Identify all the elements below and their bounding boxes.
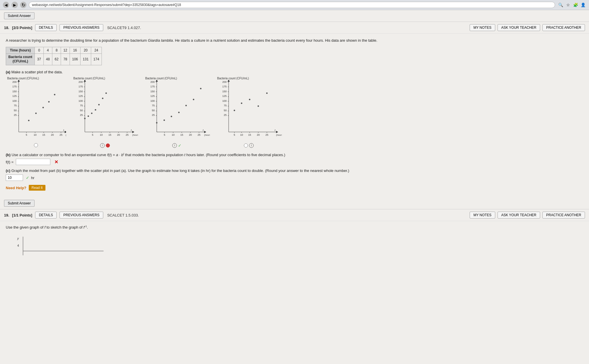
- svg-point-151: [234, 110, 235, 111]
- svg-marker-3: [65, 131, 66, 133]
- plot4-radio[interactable]: [244, 143, 248, 147]
- time-16: 16: [70, 47, 80, 53]
- svg-point-33: [28, 120, 30, 121]
- svg-point-34: [35, 112, 37, 114]
- back-button[interactable]: ◀: [3, 2, 9, 8]
- svg-point-152: [241, 102, 242, 104]
- refresh-button[interactable]: ↻: [20, 2, 26, 8]
- plot2-radio[interactable]: [106, 143, 110, 147]
- svg-text:200: 200: [12, 81, 17, 83]
- scatter-plots-row: Bacteria count (CFU/mL) 200 175 150 125 …: [6, 76, 583, 148]
- svg-text:15: 15: [108, 133, 111, 136]
- info-icon-4[interactable]: i: [249, 143, 254, 148]
- svg-marker-81: [204, 131, 206, 133]
- question18-content: A researcher is trying to determine the …: [0, 34, 589, 198]
- svg-point-111: [156, 122, 158, 123]
- plot4-controls: i: [244, 143, 254, 148]
- svg-text:Bacteria count (CFU/mL): Bacteria count (CFU/mL): [7, 77, 39, 80]
- q19-my-notes-button[interactable]: MY NOTES: [470, 212, 495, 219]
- svg-text:(hours): (hours): [66, 134, 66, 136]
- time-0: 0: [35, 47, 43, 53]
- read-it-button[interactable]: Read It: [29, 185, 46, 191]
- scatter-plot-3: Bacteria count (CFU/mL) 200 175 150 125 …: [144, 76, 210, 148]
- svg-text:25: 25: [265, 133, 268, 136]
- ask-teacher-button[interactable]: ASK YOUR TEACHER: [498, 24, 540, 31]
- svg-text:25: 25: [80, 114, 83, 116]
- bottom-submit-button[interactable]: Submit Answer: [4, 200, 35, 207]
- page-toolbar: Submit Answer: [0, 10, 589, 22]
- info-icon-3[interactable]: i: [172, 143, 177, 148]
- practice-another-button[interactable]: PRACTICE ANOTHER: [542, 24, 585, 31]
- q19-ask-teacher-button[interactable]: ASK YOUR TEACHER: [498, 212, 540, 219]
- my-notes-button[interactable]: MY NOTES: [470, 24, 495, 31]
- svg-text:50: 50: [80, 109, 83, 112]
- q19-previous-answers-button[interactable]: PREVIOUS ANSWERS: [60, 212, 103, 219]
- svg-point-115: [186, 105, 187, 106]
- svg-marker-42: [84, 80, 86, 82]
- q19-details-button[interactable]: DETAILS: [35, 212, 57, 219]
- svg-text:t: t: [63, 129, 64, 132]
- bacteria-16: 106: [70, 53, 80, 65]
- svg-text:t: t: [203, 129, 204, 132]
- svg-text:125: 125: [79, 95, 83, 97]
- extensions-icon[interactable]: 🧩: [572, 2, 579, 8]
- svg-marker-82: [156, 80, 158, 82]
- svg-text:20: 20: [51, 133, 54, 136]
- bacteria-4: 48: [43, 53, 52, 65]
- svg-point-77: [106, 92, 107, 94]
- svg-text:175: 175: [12, 85, 17, 88]
- svg-text:25: 25: [152, 114, 155, 116]
- svg-text:100: 100: [150, 99, 155, 102]
- svg-text:200: 200: [79, 81, 83, 83]
- svg-text:50: 50: [152, 109, 155, 112]
- svg-text:(hours): (hours): [276, 134, 282, 136]
- svg-point-76: [102, 97, 104, 99]
- svg-point-112: [164, 119, 165, 121]
- svg-text:Bacteria count (CFU/mL): Bacteria count (CFU/mL): [217, 77, 249, 80]
- svg-point-117: [200, 88, 202, 89]
- forward-button[interactable]: ▶: [12, 2, 18, 8]
- svg-marker-121: [276, 131, 278, 133]
- svg-text:50: 50: [224, 109, 227, 112]
- svg-marker-41: [132, 131, 134, 133]
- svg-text:75: 75: [14, 104, 17, 107]
- svg-text:175: 175: [222, 85, 227, 88]
- svg-point-36: [48, 101, 50, 102]
- profile-icon[interactable]: 👤: [580, 2, 586, 8]
- time-header: Time (hours): [6, 47, 35, 53]
- svg-point-113: [171, 116, 172, 117]
- ft-label: f(t) =: [6, 160, 14, 164]
- ft-input[interactable]: [16, 159, 50, 165]
- top-submit-button[interactable]: Submit Answer: [4, 12, 35, 19]
- part-b-input-row: f(t) = ✕: [6, 159, 583, 165]
- svg-text:Bacteria count (CFU/mL): Bacteria count (CFU/mL): [73, 77, 105, 80]
- doubling-time-input[interactable]: 10: [6, 175, 23, 181]
- svg-text:25: 25: [14, 114, 17, 116]
- q19-graph-area: y 4: [6, 234, 583, 258]
- svg-text:10: 10: [34, 133, 37, 136]
- data-table: Time (hours) 0 4 8 12 16 20 24 Bacteria …: [6, 47, 102, 65]
- question19-content: Use the given graph of f to sketch the g…: [0, 221, 589, 261]
- svg-text:y: y: [17, 237, 19, 240]
- q19-practice-another-button[interactable]: PRACTICE ANOTHER: [542, 212, 585, 219]
- bottom-toolbar: Submit Answer: [0, 198, 589, 209]
- search-icon[interactable]: 🔍: [557, 2, 564, 8]
- previous-answers-button[interactable]: PREVIOUS ANSWERS: [60, 24, 103, 31]
- svg-text:150: 150: [12, 90, 17, 93]
- svg-text:20: 20: [257, 133, 260, 136]
- svg-text:125: 125: [12, 95, 17, 97]
- plot1-radio[interactable]: [34, 143, 38, 147]
- star-icon[interactable]: ☆: [565, 2, 571, 8]
- time-20: 20: [80, 47, 91, 53]
- svg-text:20: 20: [189, 133, 192, 136]
- svg-point-153: [249, 99, 250, 100]
- time-24: 24: [91, 47, 102, 53]
- scatter-plot-4: Bacteria count (CFU/mL) 200 175 150 125 …: [216, 76, 282, 148]
- url-bar[interactable]: [29, 2, 555, 8]
- info-icon-2[interactable]: i: [100, 143, 105, 148]
- svg-point-75: [98, 104, 100, 105]
- svg-text:150: 150: [150, 90, 155, 93]
- details-button[interactable]: DETAILS: [35, 24, 57, 31]
- svg-text:150: 150: [222, 90, 227, 93]
- part-c-input-row: 10 ✓ hr: [6, 175, 583, 181]
